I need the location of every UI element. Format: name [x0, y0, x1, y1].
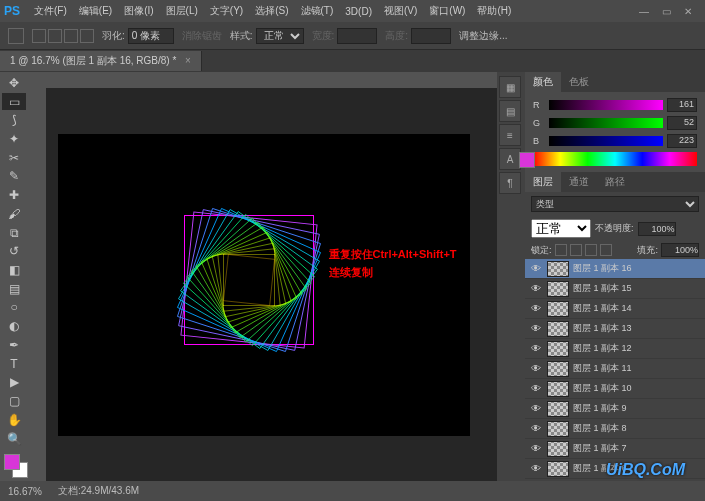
menu-type[interactable]: 文字(Y) [204, 4, 249, 18]
layer-name[interactable]: 图层 1 副本 15 [573, 282, 701, 295]
layer-thumbnail[interactable] [547, 441, 569, 457]
visibility-eye-icon[interactable]: 👁 [529, 443, 543, 454]
shape-tool[interactable]: ▢ [2, 392, 26, 410]
gradient-tool[interactable]: ▤ [2, 280, 26, 298]
layer-thumbnail[interactable] [547, 321, 569, 337]
history-panel-icon[interactable]: ▦ [499, 76, 521, 98]
actions-panel-icon[interactable]: ▤ [499, 100, 521, 122]
visibility-eye-icon[interactable]: 👁 [529, 283, 543, 294]
menu-3d[interactable]: 3D(D) [339, 6, 378, 17]
menu-image[interactable]: 图像(I) [118, 4, 159, 18]
layer-name[interactable]: 图层 1 副本 7 [573, 442, 701, 455]
stamp-tool[interactable]: ⧉ [2, 224, 26, 242]
refine-edge-button[interactable]: 调整边缘... [459, 29, 507, 43]
wand-tool[interactable]: ✦ [2, 130, 26, 148]
style-select[interactable]: 正常 [256, 28, 304, 44]
layer-name[interactable]: 图层 1 副本 12 [573, 342, 701, 355]
layer-name[interactable]: 图层 1 副本 10 [573, 382, 701, 395]
width-input[interactable] [337, 28, 377, 44]
layer-thumbnail[interactable] [547, 301, 569, 317]
layer-thumbnail[interactable] [547, 361, 569, 377]
lock-pixels-icon[interactable] [570, 244, 582, 256]
menu-filter[interactable]: 滤镜(T) [295, 4, 340, 18]
properties-panel-icon[interactable]: ≡ [499, 124, 521, 146]
layer-thumbnail[interactable] [547, 421, 569, 437]
fill-input[interactable] [661, 243, 699, 257]
paragraph-panel-icon[interactable]: ¶ [499, 172, 521, 194]
layer-thumbnail[interactable] [547, 341, 569, 357]
g-slider[interactable] [549, 118, 663, 128]
layer-name[interactable]: 图层 1 副本 8 [573, 422, 701, 435]
g-value[interactable]: 52 [667, 116, 697, 130]
layer-thumbnail[interactable] [547, 461, 569, 477]
visibility-eye-icon[interactable]: 👁 [529, 263, 543, 274]
crop-tool[interactable]: ✂ [2, 149, 26, 167]
layer-row[interactable]: 👁 图层 1 副本 14 [525, 299, 705, 319]
layer-thumbnail[interactable] [547, 281, 569, 297]
lock-position-icon[interactable] [585, 244, 597, 256]
visibility-eye-icon[interactable]: 👁 [529, 463, 543, 474]
r-slider[interactable] [549, 100, 663, 110]
menu-view[interactable]: 视图(V) [378, 4, 423, 18]
maximize-icon[interactable]: ▭ [659, 6, 673, 17]
visibility-eye-icon[interactable]: 👁 [529, 423, 543, 434]
brush-tool[interactable]: 🖌 [2, 205, 26, 223]
foreground-color-swatch[interactable] [4, 454, 20, 470]
type-tool[interactable]: T [2, 355, 26, 373]
zoom-tool[interactable]: 🔍 [2, 430, 26, 448]
history-brush-tool[interactable]: ↺ [2, 242, 26, 260]
visibility-eye-icon[interactable]: 👁 [529, 363, 543, 374]
tab-channels[interactable]: 通道 [561, 172, 597, 192]
layer-row[interactable]: 👁 图层 1 副本 9 [525, 399, 705, 419]
layer-name[interactable]: 图层 1 副本 11 [573, 362, 701, 375]
layer-thumbnail[interactable] [547, 401, 569, 417]
layer-name[interactable]: 图层 1 副本 14 [573, 302, 701, 315]
layer-name[interactable]: 图层 1 副本 9 [573, 402, 701, 415]
tab-layers[interactable]: 图层 [525, 172, 561, 192]
feather-input[interactable] [128, 28, 174, 44]
visibility-eye-icon[interactable]: 👁 [529, 383, 543, 394]
layer-name[interactable]: 图层 1 副本 13 [573, 322, 701, 335]
marquee-tool[interactable]: ▭ [2, 93, 26, 111]
height-input[interactable] [411, 28, 451, 44]
layer-thumbnail[interactable] [547, 381, 569, 397]
tab-paths[interactable]: 路径 [597, 172, 633, 192]
close-icon[interactable]: ✕ [681, 6, 695, 17]
minimize-icon[interactable]: — [637, 6, 651, 17]
r-value[interactable]: 161 [667, 98, 697, 112]
color-swatches[interactable] [2, 452, 28, 479]
visibility-eye-icon[interactable]: 👁 [529, 343, 543, 354]
b-value[interactable]: 223 [667, 134, 697, 148]
layer-thumbnail[interactable] [547, 261, 569, 277]
tab-swatches[interactable]: 色板 [561, 72, 597, 92]
blend-mode-select[interactable]: 正常 [531, 219, 591, 238]
eyedropper-tool[interactable]: ✎ [2, 168, 26, 186]
selection-new-icon[interactable] [32, 29, 46, 43]
layer-row[interactable]: 👁 图层 1 副本 12 [525, 339, 705, 359]
b-slider[interactable] [549, 136, 663, 146]
selection-subtract-icon[interactable] [64, 29, 78, 43]
selection-intersect-icon[interactable] [80, 29, 94, 43]
hand-tool[interactable]: ✋ [2, 411, 26, 429]
pen-tool[interactable]: ✒ [2, 336, 26, 354]
visibility-eye-icon[interactable]: 👁 [529, 403, 543, 414]
anti-alias-label[interactable]: 消除锯齿 [182, 29, 222, 43]
menu-select[interactable]: 选择(S) [249, 4, 294, 18]
healing-tool[interactable]: ✚ [2, 186, 26, 204]
layer-row[interactable]: 👁 图层 1 副本 10 [525, 379, 705, 399]
spectrum-ramp[interactable] [533, 152, 697, 166]
layer-row[interactable]: 👁 图层 1 副本 16 [525, 259, 705, 279]
layer-name[interactable]: 图层 1 副本 16 [573, 262, 701, 275]
character-panel-icon[interactable]: A [499, 148, 521, 170]
visibility-eye-icon[interactable]: 👁 [529, 303, 543, 314]
lasso-tool[interactable]: ⟆ [2, 111, 26, 129]
eraser-tool[interactable]: ◧ [2, 261, 26, 279]
layer-row[interactable]: 👁 图层 1 副本 15 [525, 279, 705, 299]
document-tab-close-icon[interactable]: × [185, 55, 191, 66]
zoom-level[interactable]: 16.67% [8, 486, 42, 497]
ruler-vertical[interactable] [30, 72, 46, 481]
opacity-input[interactable] [638, 222, 676, 236]
path-select-tool[interactable]: ▶ [2, 374, 26, 392]
document-tab[interactable]: 1 @ 16.7% (图层 1 副本 16, RGB/8) * × [0, 51, 202, 71]
layer-row[interactable]: 👁 图层 1 副本 8 [525, 419, 705, 439]
